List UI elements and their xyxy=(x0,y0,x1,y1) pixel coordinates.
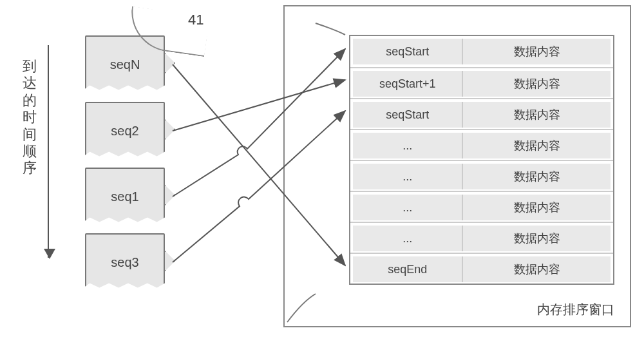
doc-seq2: seq2 xyxy=(85,102,165,160)
table-row: seqStart数据内容 xyxy=(350,98,613,129)
row-key: seqEnd xyxy=(353,256,463,282)
doc-seq3: seq3 xyxy=(85,233,165,291)
doc-label: seq2 xyxy=(111,124,138,139)
row-key: seqStart xyxy=(353,39,463,64)
doc-seqN: seqN xyxy=(85,35,165,93)
row-value: 数据内容 xyxy=(463,164,611,189)
doc-seq1: seq1 xyxy=(85,168,165,226)
row-value: 数据内容 xyxy=(463,195,611,220)
table-row: ...数据内容 xyxy=(350,191,613,222)
row-value: 数据内容 xyxy=(463,256,611,282)
row-value: 数据内容 xyxy=(463,71,611,97)
row-value: 数据内容 xyxy=(463,102,611,128)
table-row: seqStart数据内容 xyxy=(350,36,613,67)
row-value: 数据内容 xyxy=(463,39,611,64)
axis-label-arrival-time: 到达的时间顺序 xyxy=(21,58,39,226)
row-key: ... xyxy=(353,195,463,220)
diagram-canvas: 到达的时间顺序 seqN seq2 seq1 seq3 41 42 4 seqS… xyxy=(0,0,644,337)
table-row: seqStart+1数据内容 xyxy=(350,67,613,98)
table-row: ...数据内容 xyxy=(350,129,613,160)
row-value: 数据内容 xyxy=(463,226,611,251)
memory-sort-table: seqStart数据内容seqStart+1数据内容seqStart数据内容..… xyxy=(349,35,614,285)
doc-label: seq1 xyxy=(111,189,138,204)
doc-label: seqN xyxy=(110,57,140,72)
row-key: ... xyxy=(353,133,463,159)
axis-arrow-down xyxy=(48,45,49,258)
table-row: ...数据内容 xyxy=(350,222,613,253)
table-row: seqEnd数据内容 xyxy=(350,253,613,284)
row-key: seqStart+1 xyxy=(353,71,463,97)
doc-label: seq3 xyxy=(111,255,138,270)
row-key: ... xyxy=(353,164,463,189)
panel-caption: 内存排序窗口 xyxy=(537,301,614,318)
table-row: ...数据内容 xyxy=(350,160,613,191)
callout-41: 41 xyxy=(188,12,204,28)
memory-sort-window-panel: seqStart数据内容seqStart+1数据内容seqStart数据内容..… xyxy=(283,5,631,327)
row-key: seqStart xyxy=(353,102,463,128)
row-key: ... xyxy=(353,226,463,251)
row-value: 数据内容 xyxy=(463,133,611,159)
